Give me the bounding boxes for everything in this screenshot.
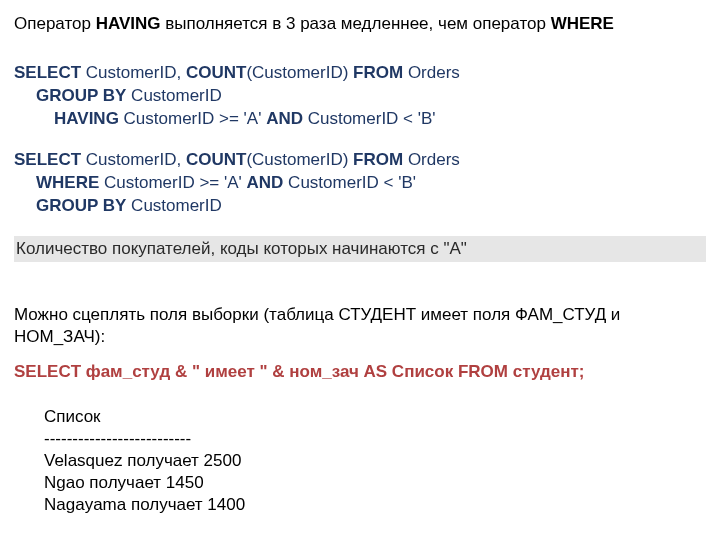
- kw-count: COUNT: [186, 150, 246, 169]
- heading-having: HAVING: [96, 14, 161, 33]
- heading-mid: выполняется в 3 раза медленнее, чем опер…: [161, 14, 551, 33]
- sql-text: (CustomerID): [246, 150, 353, 169]
- result-header: Список: [44, 406, 706, 428]
- kw-and: AND: [266, 109, 303, 128]
- result-row: Velasquez получает 2500: [44, 450, 706, 472]
- sql-line: GROUP BY CustomerID: [14, 85, 706, 108]
- highlight-text: Количество покупателей, коды которых нач…: [16, 239, 467, 258]
- kw-and: AND: [247, 173, 284, 192]
- result-row: Ngao получает 1450: [44, 472, 706, 494]
- heading-where: WHERE: [551, 14, 614, 33]
- concat-sql: SELECT фам_студ & " имеет " & ном_зач AS…: [14, 362, 706, 382]
- highlight-bar: Количество покупателей, коды которых нач…: [14, 236, 706, 262]
- result-row: Nagayama получает 1400: [44, 494, 706, 516]
- sql-block-where: SELECT CustomerID, COUNT(CustomerID) FRO…: [14, 149, 706, 218]
- sql-line: SELECT CustomerID, COUNT(CustomerID) FRO…: [14, 62, 706, 85]
- sql-text: (CustomerID): [246, 63, 353, 82]
- sql-text: CustomerID >= 'A': [119, 109, 266, 128]
- sql-line: HAVING CustomerID >= 'A' AND CustomerID …: [14, 108, 706, 131]
- sql-text: Orders: [403, 150, 460, 169]
- result-block: Список -------------------------- Velasq…: [44, 406, 706, 516]
- kw-select: SELECT: [14, 63, 81, 82]
- sql-text: CustomerID,: [81, 63, 186, 82]
- kw-having: HAVING: [54, 109, 119, 128]
- result-divider: --------------------------: [44, 428, 706, 450]
- kw-groupby: GROUP BY: [36, 196, 126, 215]
- sql-text: CustomerID < 'B': [283, 173, 416, 192]
- concat-description: Можно сцеплять поля выборки (таблица СТУ…: [14, 304, 706, 348]
- kw-groupby: GROUP BY: [36, 86, 126, 105]
- sql-line: WHERE CustomerID >= 'A' AND CustomerID <…: [14, 172, 706, 195]
- sql-text: CustomerID,: [81, 150, 186, 169]
- sql-text: CustomerID: [126, 86, 221, 105]
- sql-text: Orders: [403, 63, 460, 82]
- kw-select: SELECT: [14, 150, 81, 169]
- sql-block-having: SELECT CustomerID, COUNT(CustomerID) FRO…: [14, 62, 706, 131]
- sql-line: SELECT CustomerID, COUNT(CustomerID) FRO…: [14, 149, 706, 172]
- kw-from: FROM: [353, 63, 403, 82]
- heading-pre: Оператор: [14, 14, 96, 33]
- heading: Оператор HAVING выполняется в 3 раза мед…: [14, 14, 706, 34]
- sql-text: CustomerID < 'B': [303, 109, 436, 128]
- kw-count: COUNT: [186, 63, 246, 82]
- sql-line: GROUP BY CustomerID: [14, 195, 706, 218]
- sql-text: CustomerID: [126, 196, 221, 215]
- kw-where: WHERE: [36, 173, 99, 192]
- sql-text: CustomerID >= 'A': [99, 173, 246, 192]
- kw-from: FROM: [353, 150, 403, 169]
